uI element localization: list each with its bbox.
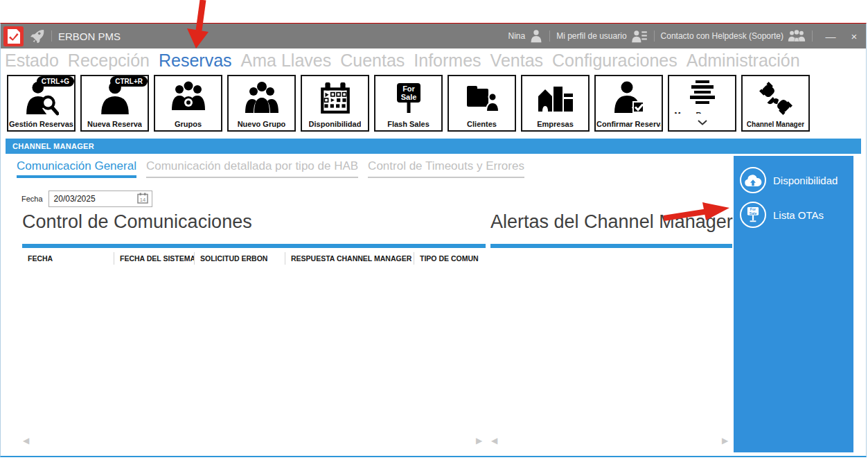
column-header-respuesta-cm[interactable]: RESPUESTA CHANNEL MANAGER	[285, 252, 414, 265]
for-sale-sign-icon: ForSale	[375, 81, 441, 116]
grupos-button[interactable]: Grupos	[154, 75, 222, 132]
nueva-reserva-button[interactable]: CTRL+R Nueva Reserva	[80, 75, 149, 132]
app-window: ERBON PMS Nina Mi perfil de usuario Cont…	[0, 23, 867, 457]
button-label: Grupos	[175, 120, 202, 128]
svg-text:14: 14	[139, 197, 145, 203]
for-sale-sign-icon: ForSale	[740, 202, 766, 228]
svg-text:For: For	[402, 85, 415, 93]
tab-comunicacion-general[interactable]: Comunicación General	[17, 159, 136, 178]
flash-sales-button[interactable]: ForSale Flash Sales	[374, 75, 443, 132]
disponibilidad-button[interactable]: Disponibilidad	[301, 75, 369, 132]
fecha-label: Fecha	[21, 195, 43, 203]
calendar-icon	[302, 81, 368, 116]
button-label: Gestión Reservas	[9, 120, 73, 128]
button-label: Confirmar Reservas	[596, 120, 661, 128]
channel-manager-tabs: Comunicación General Comunicación detall…	[17, 159, 524, 178]
profile-menu-item[interactable]: Mi perfil de usuario	[556, 29, 647, 43]
user-name-label: Nina	[508, 31, 525, 41]
fecha-value: 20/03/2025	[54, 194, 96, 204]
alerts-scroll-left-icon[interactable]: ◀	[491, 436, 497, 445]
people-group-icon	[788, 30, 806, 42]
button-label: Flash Sales	[387, 120, 429, 128]
menu-item-configuraciones[interactable]: Configuraciones	[552, 51, 677, 71]
button-label: Empresas	[537, 120, 574, 128]
rocket-icon	[30, 29, 45, 43]
actions-side-panel: Disponibilidad ForSale Lista OTAs	[734, 156, 853, 452]
menu-item-reservas[interactable]: Reservas	[159, 51, 232, 71]
button-label: Nueva Reserva	[87, 120, 142, 128]
main-menu: Estado Recepción Reservas Ama Llaves Cue…	[1, 48, 866, 72]
chevron-down-icon	[698, 116, 707, 128]
gestion-reservas-button[interactable]: CTRL+G Gestión Reservas	[7, 75, 76, 132]
fecha-filter: Fecha 20/03/2025 14	[21, 191, 152, 207]
clientes-button[interactable]: Clientes	[448, 75, 516, 132]
current-user[interactable]: Nina	[508, 29, 543, 43]
plugs-icon	[743, 81, 808, 116]
titlebar-separator	[51, 30, 52, 42]
comms-scroll-left-icon[interactable]: ◀	[23, 436, 29, 445]
people-group-add-icon	[229, 81, 294, 114]
shortcut-badge: CTRL+G	[37, 76, 74, 87]
stacked-bars-icon	[686, 79, 719, 107]
column-header-solicitud-erbon[interactable]: SOLICITUD ERBON	[194, 252, 285, 265]
profile-label: Mi perfil de usuario	[556, 31, 626, 41]
mapa-reservas-button[interactable]: Mapa Reservas	[668, 75, 736, 132]
empresas-button[interactable]: Empresas	[521, 75, 590, 132]
menu-item-informes[interactable]: Informes	[414, 51, 481, 71]
button-label: Nuevo Grupo	[238, 120, 286, 128]
user-list-icon	[631, 29, 648, 43]
tab-comunicacion-detallada[interactable]: Comunicación detallada por tipo de HAB	[146, 159, 358, 178]
column-header-fecha-sistema[interactable]: FECHA DEL SISTEMA	[114, 252, 194, 265]
helpdesk-menu-item[interactable]: Contacto con Helpdesk (Soporte)	[661, 30, 806, 42]
button-label: Disponibilidad	[309, 120, 362, 128]
titlebar-separator	[654, 30, 655, 42]
comms-scroll-right-icon[interactable]: ▶	[476, 436, 482, 445]
sidebar-item-label: Disponibilidad	[773, 175, 838, 186]
ribbon-toolbar: CTRL+G Gestión Reservas CTRL+R Nueva Res…	[1, 73, 866, 138]
minimize-button[interactable]: —	[819, 30, 842, 42]
close-button[interactable]: ×	[842, 30, 866, 42]
column-header-fecha[interactable]: FECHA	[22, 252, 114, 265]
titlebar-separator	[812, 30, 813, 42]
column-header-tipo-comunicacion[interactable]: TIPO DE COMUN	[414, 252, 486, 265]
alerts-grid-top-rule	[490, 244, 732, 248]
svg-text:Sale: Sale	[400, 93, 416, 101]
person-check-icon	[596, 81, 662, 114]
comms-panel-title: Control de Comunicaciones	[22, 211, 252, 233]
sidebar-item-lista-otas[interactable]: ForSale Lista OTAs	[734, 197, 853, 232]
svg-text:Sale: Sale	[750, 211, 757, 215]
helpdesk-label: Contacto con Helpdesk (Soporte)	[661, 31, 783, 41]
user-icon	[529, 29, 543, 43]
menu-item-cuentas[interactable]: Cuentas	[340, 51, 405, 71]
comms-grid-header: FECHA FECHA DEL SISTEMA SOLICITUD ERBON …	[22, 250, 486, 267]
cloud-upload-icon	[740, 167, 766, 193]
menu-item-ventas[interactable]: Ventas	[490, 51, 543, 71]
button-label: Channel Manager	[747, 121, 804, 128]
app-logo-icon[interactable]	[3, 26, 24, 46]
tab-control-timeouts[interactable]: Control de Timeouts y Errores	[368, 159, 524, 178]
alerts-scroll-right-icon[interactable]: ▶	[722, 436, 728, 445]
nuevo-grupo-button[interactable]: Nuevo Grupo	[227, 75, 296, 132]
shortcut-badge: CTRL+R	[110, 76, 148, 87]
menu-item-administracion[interactable]: Administración	[687, 51, 800, 71]
sidebar-item-disponibilidad[interactable]: Disponibilidad	[734, 163, 853, 197]
buildings-icon	[522, 81, 588, 113]
calendar-picker-icon[interactable]: 14	[137, 193, 148, 206]
people-group-icon	[155, 81, 221, 114]
titlebar: ERBON PMS Nina Mi perfil de usuario Cont…	[1, 24, 866, 48]
menu-item-recepcion[interactable]: Recepción	[68, 51, 150, 71]
sidebar-item-label: Lista OTAs	[773, 209, 824, 221]
titlebar-separator	[549, 30, 550, 42]
button-label: Mapa Reservas	[674, 111, 729, 114]
app-title: ERBON PMS	[58, 30, 121, 42]
folder-person-icon	[449, 81, 515, 113]
button-label: Clientes	[467, 120, 497, 128]
menu-item-ama-llaves[interactable]: Ama Llaves	[241, 51, 332, 71]
section-header: CHANNEL MANAGER	[6, 139, 861, 154]
comms-grid-top-rule	[22, 244, 486, 248]
alerts-panel-title: Alertas del Channel Manager	[490, 211, 733, 233]
fecha-input[interactable]: 20/03/2025 14	[48, 191, 152, 207]
channel-manager-button[interactable]: Channel Manager	[741, 75, 810, 132]
confirmar-reservas-button[interactable]: Confirmar Reservas	[594, 75, 663, 132]
menu-item-estado[interactable]: Estado	[5, 51, 59, 71]
